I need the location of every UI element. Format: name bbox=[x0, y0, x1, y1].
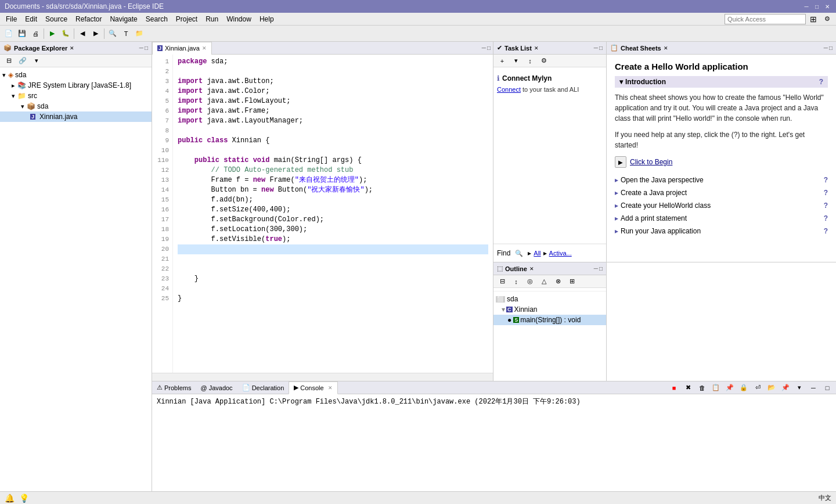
search-button[interactable]: 🔍 bbox=[106, 27, 119, 40]
menu-help[interactable]: Help bbox=[256, 14, 278, 24]
step-help-1[interactable]: ? bbox=[824, 189, 828, 197]
cheat-step-0[interactable]: ▸ Open the Java perspective ? bbox=[615, 174, 828, 186]
step-help-2[interactable]: ? bbox=[824, 201, 828, 210]
paste-btn[interactable]: 📌 bbox=[723, 381, 736, 394]
center-right-area: J Xinnian.java ✕ ─ □ 12345 678910 1 bbox=[152, 42, 836, 491]
menu-refactor[interactable]: Refactor bbox=[72, 14, 105, 24]
menu-window[interactable]: Window bbox=[223, 14, 255, 24]
cheat-section-help[interactable]: ? bbox=[819, 78, 823, 86]
quick-access-input[interactable] bbox=[725, 14, 806, 24]
outline-max[interactable]: □ bbox=[599, 265, 603, 272]
cheat-step-4[interactable]: ▸ Run your Java application ? bbox=[615, 225, 828, 237]
menu-run[interactable]: Run bbox=[202, 14, 222, 24]
title-bar-controls[interactable]: ─ □ ✕ bbox=[802, 2, 831, 10]
outline-item-main[interactable]: ● S main(String[]) : void bbox=[493, 315, 606, 325]
menu-navigate[interactable]: Navigate bbox=[106, 14, 140, 24]
outline-item-sda[interactable]: ⬜ sda bbox=[493, 294, 606, 304]
cheat-step-1[interactable]: ▸ Create a Java project ? bbox=[615, 186, 828, 199]
close-button[interactable]: ✕ bbox=[823, 2, 831, 10]
menu-project[interactable]: Project bbox=[172, 14, 201, 24]
cheat-step-3[interactable]: ▸ Add a print statement ? bbox=[615, 212, 828, 225]
editor-tab-xinnian[interactable]: J Xinnian.java ✕ bbox=[152, 42, 212, 55]
outline-item-xinnian[interactable]: ▾ C Xinnian bbox=[493, 304, 606, 315]
tree-item-xinnian[interactable]: J Xinnian.java bbox=[0, 111, 152, 122]
console-max[interactable]: □ bbox=[821, 381, 834, 394]
step-help-4[interactable]: ? bbox=[824, 227, 828, 235]
open-file-btn[interactable]: 📂 bbox=[765, 381, 778, 394]
outline-filter4[interactable]: ⊞ bbox=[565, 275, 578, 288]
editor-minimize-btn[interactable]: ─ bbox=[482, 45, 486, 51]
tree-item-src[interactable]: ▾ 📁 src bbox=[0, 91, 152, 101]
step-help-3[interactable]: ? bbox=[824, 214, 828, 222]
step-help-0[interactable]: ? bbox=[824, 176, 828, 184]
link-with-editor-btn[interactable]: 🔗 bbox=[16, 55, 29, 67]
console-tab-close[interactable]: ✕ bbox=[328, 385, 333, 391]
save-button[interactable]: 💾 bbox=[16, 27, 28, 40]
outline-collapse-all[interactable]: ⊟ bbox=[496, 275, 509, 288]
next-edit-button[interactable]: ▶ bbox=[89, 27, 102, 40]
tab-declaration[interactable]: 📄 Declaration bbox=[237, 381, 289, 394]
word-wrap-btn[interactable]: ⏎ bbox=[751, 381, 764, 394]
outline-filter1[interactable]: ◎ bbox=[524, 275, 536, 288]
cheat-step-2[interactable]: ▸ Create your HelloWorld class ? bbox=[615, 199, 828, 212]
prev-edit-button[interactable]: ◀ bbox=[76, 27, 89, 40]
pkg-view-menu-btn[interactable]: ▾ bbox=[30, 55, 43, 67]
collapse-all-btn[interactable]: ⊟ bbox=[2, 55, 15, 67]
task-new-btn[interactable]: + bbox=[496, 55, 509, 67]
find-search-icon[interactable]: 🔍 bbox=[513, 247, 525, 260]
editor-hscroll[interactable] bbox=[152, 373, 493, 381]
clear-btn[interactable]: 🗑 bbox=[696, 381, 708, 394]
tree-item-sda[interactable]: ▾ ◈ sda bbox=[0, 70, 152, 80]
menu-source[interactable]: Source bbox=[42, 14, 71, 24]
outline-filter3[interactable]: ⊗ bbox=[552, 275, 564, 288]
print-button[interactable]: 🖨 bbox=[29, 27, 42, 40]
menu-edit[interactable]: Edit bbox=[21, 14, 41, 24]
menu-file[interactable]: File bbox=[2, 14, 20, 24]
outline-filter2[interactable]: △ bbox=[538, 275, 550, 288]
menu-search[interactable]: Search bbox=[142, 14, 171, 24]
minimize-button[interactable]: ─ bbox=[802, 2, 810, 10]
pin-btn[interactable]: 📌 bbox=[779, 381, 792, 394]
tab-close-icon[interactable]: ✕ bbox=[202, 45, 207, 51]
code-content[interactable]: package sda; import java.awt.Button; imp… bbox=[173, 55, 493, 373]
new-button[interactable]: 📄 bbox=[2, 27, 15, 40]
editor-maximize-btn[interactable]: □ bbox=[487, 45, 491, 51]
scroll-lock-btn[interactable]: 🔒 bbox=[737, 381, 750, 394]
console-min[interactable]: ─ bbox=[807, 381, 820, 394]
tab-console[interactable]: ▶ Console ✕ bbox=[289, 381, 337, 394]
code-editor[interactable]: 12345 678910 11⊙12131415 1617181920 2122… bbox=[152, 55, 493, 373]
stop-btn[interactable]: ■ bbox=[668, 381, 680, 394]
tree-item-sda-pkg[interactable]: ▾ 📦 sda bbox=[0, 101, 152, 111]
view-switch-btn[interactable]: ⊞ bbox=[807, 13, 820, 26]
task-list-min[interactable]: ─ bbox=[594, 45, 598, 51]
activa-link[interactable]: Activa... bbox=[549, 250, 572, 257]
cheat-section-arrow[interactable]: ▾ bbox=[619, 78, 623, 86]
tree-item-jre[interactable]: ▸ 📚 JRE System Library [JavaSE-1.8] bbox=[0, 80, 152, 91]
task-settings-btn[interactable]: ⚙ bbox=[538, 55, 550, 67]
tab-problems[interactable]: ⚠ Problems bbox=[152, 381, 196, 394]
copy-btn[interactable]: 📋 bbox=[709, 381, 722, 394]
open-resource-button[interactable]: 📁 bbox=[133, 27, 146, 40]
all-link[interactable]: All bbox=[534, 250, 540, 257]
open-type-button[interactable]: T bbox=[120, 27, 132, 40]
maximize-button[interactable]: □ bbox=[813, 2, 821, 10]
task-filter-btn[interactable]: ▾ bbox=[510, 55, 522, 67]
task-list-max[interactable]: □ bbox=[599, 45, 603, 51]
maximize-panel-btn[interactable]: □ bbox=[145, 45, 148, 51]
step-arrow-1: ▸ bbox=[615, 189, 618, 197]
console-menu-btn[interactable]: ▾ bbox=[793, 381, 806, 394]
cheat-min[interactable]: ─ bbox=[824, 45, 828, 51]
settings-btn[interactable]: ⚙ bbox=[821, 13, 834, 26]
begin-link[interactable]: Click to Begin bbox=[630, 158, 672, 166]
task-sort-btn[interactable]: ↕ bbox=[524, 55, 536, 67]
debug-button[interactable]: 🐛 bbox=[59, 27, 72, 40]
remove-btn[interactable]: ✖ bbox=[682, 381, 694, 394]
run-button[interactable]: ▶ bbox=[46, 27, 59, 40]
outline-sort[interactable]: ↕ bbox=[510, 275, 522, 288]
minimize-panel-btn[interactable]: ─ bbox=[139, 45, 143, 51]
tab-javadoc[interactable]: @ Javadoc bbox=[196, 381, 237, 394]
outline-min[interactable]: ─ bbox=[594, 265, 598, 272]
jre-icon: 📚 bbox=[17, 81, 26, 89]
cheat-max[interactable]: □ bbox=[829, 45, 833, 51]
connect-link[interactable]: Connect bbox=[497, 86, 521, 93]
